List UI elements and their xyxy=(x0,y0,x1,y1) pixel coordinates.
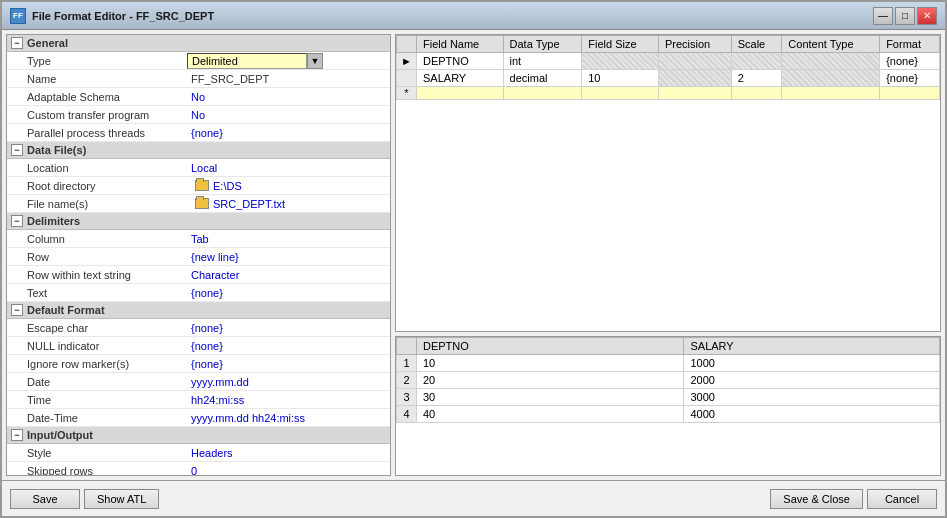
prop-parallel: Parallel process threads {none} xyxy=(7,124,390,142)
cell-format-new[interactable] xyxy=(880,87,940,100)
cell-format-2[interactable]: {none} xyxy=(880,70,940,87)
preview-deptno-2: 20 xyxy=(417,372,684,389)
minimize-button[interactable]: — xyxy=(873,7,893,25)
col-field-name[interactable]: Field Name xyxy=(417,36,504,53)
cell-field-size-new[interactable] xyxy=(582,87,659,100)
prop-row-within-text-value[interactable]: Character xyxy=(187,268,390,282)
col-format[interactable]: Format xyxy=(880,36,940,53)
cell-field-size-2[interactable]: 10 xyxy=(582,70,659,87)
prop-location: Location Local xyxy=(7,159,390,177)
save-close-button[interactable]: Save & Close xyxy=(770,489,863,509)
cell-scale-new[interactable] xyxy=(731,87,782,100)
field-table: Field Name Data Type Field Size Precisio… xyxy=(396,35,940,100)
prop-text-value[interactable]: {none} xyxy=(187,286,390,300)
prop-row-label: Row xyxy=(7,250,187,264)
preview-table: DEPTNO SALARY 1 10 1000 2 20 xyxy=(396,337,940,423)
prop-filename-label: File name(s) xyxy=(7,197,187,211)
prop-escape-value[interactable]: {none} xyxy=(187,321,390,335)
col-precision[interactable]: Precision xyxy=(658,36,731,53)
col-data-type[interactable]: Data Type xyxy=(503,36,582,53)
prop-custom-transfer: Custom transfer program No xyxy=(7,106,390,124)
cell-data-type-new[interactable] xyxy=(503,87,582,100)
prop-time-value[interactable]: hh24:mi:ss xyxy=(187,393,390,407)
folder-icon-filename[interactable] xyxy=(195,198,209,209)
preview-deptno-1: 10 xyxy=(417,355,684,372)
col-salary[interactable]: SALARY xyxy=(684,338,940,355)
prop-custom-transfer-value[interactable]: No xyxy=(187,108,390,122)
cell-field-name-new[interactable] xyxy=(417,87,504,100)
prop-datetime: Date-Time yyyy.mm.dd hh24:mi:ss xyxy=(7,409,390,427)
collapse-default-format[interactable]: − xyxy=(11,304,23,316)
bottom-bar: Save Show ATL Save & Close Cancel xyxy=(2,480,945,516)
cell-precision-1 xyxy=(658,53,731,70)
prop-root-dir-value[interactable]: E:\DS xyxy=(209,179,386,193)
prop-row-value[interactable]: {new line} xyxy=(187,250,390,264)
right-panel: Field Name Data Type Field Size Precisio… xyxy=(395,34,941,476)
prop-parallel-value[interactable]: {none} xyxy=(187,126,390,140)
prop-datetime-value[interactable]: yyyy.mm.dd hh24:mi:ss xyxy=(187,411,390,425)
collapse-data-files[interactable]: − xyxy=(11,144,23,156)
prop-column: Column Tab xyxy=(7,230,390,248)
type-value[interactable]: Delimited xyxy=(187,53,307,69)
cell-format-1[interactable]: {none} xyxy=(880,53,940,70)
section-input-output-label: Input/Output xyxy=(27,429,93,441)
prop-ignore-row-value[interactable]: {none} xyxy=(187,357,390,371)
table-row[interactable]: SALARY decimal 10 2 {none} xyxy=(397,70,940,87)
show-atl-button[interactable]: Show ATL xyxy=(84,489,159,509)
cell-content-type-1 xyxy=(782,53,880,70)
prop-name: Name FF_SRC_DEPT xyxy=(7,70,390,88)
prop-skipped-rows-value[interactable]: 0 xyxy=(187,464,390,477)
window-controls: — □ ✕ xyxy=(873,7,937,25)
prop-row: Row {new line} xyxy=(7,248,390,266)
window-title: File Format Editor - FF_SRC_DEPT xyxy=(32,10,873,22)
prop-date-value[interactable]: yyyy.mm.dd xyxy=(187,375,390,389)
collapse-input-output[interactable]: − xyxy=(11,429,23,441)
cell-field-size-1 xyxy=(582,53,659,70)
prop-null-label: NULL indicator xyxy=(7,339,187,353)
prop-filename: File name(s) SRC_DEPT.txt xyxy=(7,195,390,213)
cell-field-name-2[interactable]: SALARY xyxy=(417,70,504,87)
col-field-size[interactable]: Field Size xyxy=(582,36,659,53)
row-new-indicator: * xyxy=(397,87,417,100)
preview-row-num-3: 3 xyxy=(397,389,417,406)
close-button[interactable]: ✕ xyxy=(917,7,937,25)
cell-content-type-new[interactable] xyxy=(782,87,880,100)
cell-data-type-1[interactable]: int xyxy=(503,53,582,70)
save-button[interactable]: Save xyxy=(10,489,80,509)
prop-escape-label: Escape char xyxy=(7,321,187,335)
cell-precision-new[interactable] xyxy=(658,87,731,100)
collapse-general[interactable]: − xyxy=(11,37,23,49)
prop-date: Date yyyy.mm.dd xyxy=(7,373,390,391)
type-dropdown-arrow[interactable]: ▼ xyxy=(307,53,323,69)
app-icon: FF xyxy=(10,8,26,24)
section-delimiters-label: Delimiters xyxy=(27,215,80,227)
section-input-output: − Input/Output xyxy=(7,427,390,444)
prop-filename-value[interactable]: SRC_DEPT.txt xyxy=(209,197,386,211)
table-row: 4 40 4000 xyxy=(397,406,940,423)
col-content-type[interactable]: Content Type xyxy=(782,36,880,53)
cell-field-name-1[interactable]: DEPTNO xyxy=(417,53,504,70)
prop-null-value[interactable]: {none} xyxy=(187,339,390,353)
folder-icon-root[interactable] xyxy=(195,180,209,191)
maximize-button[interactable]: □ xyxy=(895,7,915,25)
col-deptno[interactable]: DEPTNO xyxy=(417,338,684,355)
field-definition-grid: Field Name Data Type Field Size Precisio… xyxy=(395,34,941,332)
prop-skipped-rows-label: Skipped rows xyxy=(7,464,187,477)
collapse-delimiters[interactable]: − xyxy=(11,215,23,227)
prop-row-within-text: Row within text string Character xyxy=(7,266,390,284)
cell-scale-2[interactable]: 2 xyxy=(731,70,782,87)
prop-adaptable-value[interactable]: No xyxy=(187,90,390,104)
preview-row-num-4: 4 xyxy=(397,406,417,423)
preview-row-num-1: 1 xyxy=(397,355,417,372)
prop-location-value[interactable]: Local xyxy=(187,161,390,175)
section-default-format: − Default Format xyxy=(7,302,390,319)
cell-data-type-2[interactable]: decimal xyxy=(503,70,582,87)
table-row[interactable]: ► DEPTNO int {none} xyxy=(397,53,940,70)
prop-style-value[interactable]: Headers xyxy=(187,446,390,460)
col-scale[interactable]: Scale xyxy=(731,36,782,53)
field-table-header: Field Name Data Type Field Size Precisio… xyxy=(397,36,940,53)
table-row-new[interactable]: * xyxy=(397,87,940,100)
prop-column-value[interactable]: Tab xyxy=(187,232,390,246)
cancel-button[interactable]: Cancel xyxy=(867,489,937,509)
section-delimiters: − Delimiters xyxy=(7,213,390,230)
